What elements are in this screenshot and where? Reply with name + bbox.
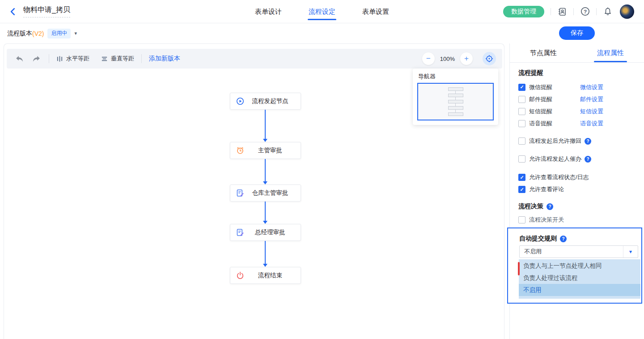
- tab-flow-setting[interactable]: 流程设定: [308, 8, 336, 16]
- plus-icon: +: [464, 54, 469, 63]
- node-label: 总经理审批: [244, 228, 301, 236]
- help-badge-icon[interactable]: ?: [547, 203, 553, 210]
- decision-switch-checkbox[interactable]: ✓: [518, 216, 525, 223]
- tab-node-properties[interactable]: 节点属性: [510, 43, 577, 62]
- flow-node-manager-approval[interactable]: 主管审批: [230, 142, 301, 159]
- zoom-out-button[interactable]: −: [422, 52, 435, 65]
- reminder-row-email: ✓ 邮件提醒 邮件设置: [518, 93, 637, 105]
- flow-node-end[interactable]: 流程结束: [230, 267, 301, 284]
- reminder-section-title: 流程提醒: [518, 69, 637, 77]
- version-number: (V2): [32, 30, 44, 37]
- vertical-distribute-button[interactable]: 垂直等距: [101, 55, 134, 63]
- panel-tabs: 节点属性 流程属性: [510, 43, 644, 63]
- crosshair-icon: [485, 55, 493, 63]
- allow-urge-row: ✓ 允许流程发起人催办 ?: [518, 154, 637, 164]
- user-avatar[interactable]: [620, 4, 634, 19]
- auto-submit-section: 自动提交规则 ? 不启用 ▾ 负责人与上一节点处理人相同 负责人处理过该流程 不…: [507, 227, 642, 304]
- flow-connector: [265, 202, 266, 221]
- form-edit-icon: [236, 228, 244, 236]
- help-icon[interactable]: ?: [580, 7, 590, 17]
- canvas-toolbar: 水平等距 垂直等距 添加新版本 − 100% +: [7, 49, 502, 69]
- chevron-left-icon: [9, 8, 17, 16]
- navigator-minimap: [448, 87, 463, 116]
- flow-connector: [265, 241, 266, 264]
- flow-connector: [265, 159, 266, 181]
- voice-settings-link[interactable]: 语音设置: [580, 120, 603, 128]
- allow-withdraw-row: ✓ 流程发起后允许撤回 ?: [518, 136, 637, 146]
- reminder-row-wechat: ✓ 微信提醒 微信设置: [518, 81, 637, 93]
- back-button[interactable]: [8, 7, 18, 17]
- auto-submit-title: 自动提交规则 ?: [519, 235, 641, 243]
- voice-reminder-checkbox[interactable]: ✓: [518, 120, 525, 127]
- redo-button[interactable]: [31, 53, 42, 64]
- horizontal-distribute-button[interactable]: 水平等距: [56, 55, 89, 63]
- divider: [141, 54, 142, 63]
- horizontal-distribute-icon: [56, 56, 63, 62]
- wechat-reminder-checkbox[interactable]: ✓: [518, 84, 525, 91]
- check-icon: ✓: [520, 187, 524, 192]
- data-manage-button[interactable]: 数据管理: [503, 6, 544, 17]
- allow-view-status-row: ✓ 允许查看流程状态/日志: [518, 172, 637, 183]
- node-label: 流程发起节点: [244, 97, 301, 105]
- divider: [596, 8, 597, 15]
- allow-view-comments-checkbox[interactable]: ✓: [518, 186, 525, 193]
- help-badge-icon[interactable]: ?: [585, 138, 591, 145]
- contacts-icon[interactable]: [557, 7, 567, 17]
- dropdown-option[interactable]: 负责人处理过该流程: [519, 272, 640, 284]
- sms-settings-link[interactable]: 短信设置: [580, 107, 603, 116]
- top-header: 物料申请_拷贝 表单设计 流程设定 表单设置 数据管理: [0, 0, 644, 23]
- flow-node-gm-approval[interactable]: 总经理审批: [230, 224, 301, 241]
- help-badge-icon[interactable]: ?: [585, 156, 591, 163]
- tab-form-design[interactable]: 表单设计: [254, 8, 283, 16]
- version-bar: 流程版本 (V2) 启用中 ▾ 保存: [0, 23, 644, 43]
- save-button[interactable]: 保存: [559, 26, 595, 40]
- add-version-link[interactable]: 添加新版本: [149, 55, 180, 63]
- main-tabs: 表单设计 流程设定 表单设置: [254, 0, 390, 23]
- dropdown-option[interactable]: 不启用: [519, 284, 640, 296]
- sms-reminder-checkbox[interactable]: ✓: [518, 108, 525, 115]
- navigator-panel: 导航器: [413, 69, 498, 125]
- help-badge-icon[interactable]: ?: [560, 236, 567, 242]
- reminder-row-sms: ✓ 短信提醒 短信设置: [518, 105, 637, 117]
- auto-submit-select[interactable]: 不启用 ▾: [519, 245, 638, 258]
- minus-icon: −: [426, 54, 431, 63]
- zoom-controls: − 100% +: [422, 52, 496, 65]
- vertical-distribute-icon: [101, 56, 108, 62]
- dropdown-option[interactable]: 负责人与上一节点处理人相同: [519, 260, 640, 272]
- redo-icon: [32, 55, 41, 63]
- node-label: 仓库主管审批: [244, 189, 301, 197]
- version-dropdown-caret[interactable]: ▾: [74, 30, 77, 36]
- locate-button[interactable]: [483, 52, 496, 65]
- flow-node-warehouse-approval[interactable]: 仓库主管审批: [230, 185, 301, 202]
- undo-button[interactable]: [14, 53, 25, 64]
- chevron-down-icon: ▾: [623, 246, 638, 257]
- allow-urge-checkbox[interactable]: ✓: [518, 155, 525, 163]
- node-label: 流程结束: [244, 271, 301, 279]
- auto-submit-dropdown: 负责人与上一节点处理人相同 负责人处理过该流程 不启用: [519, 259, 640, 299]
- allow-withdraw-checkbox[interactable]: ✓: [518, 137, 525, 145]
- wechat-settings-link[interactable]: 微信设置: [580, 83, 603, 91]
- divider: [49, 54, 49, 63]
- zoom-in-button[interactable]: +: [460, 52, 473, 65]
- app-window: 物料申请_拷贝 表单设计 流程设定 表单设置 数据管理: [0, 0, 644, 339]
- reminder-row-voice: ✓ 语音提醒 语音设置: [518, 117, 637, 129]
- play-icon: [236, 97, 244, 105]
- allow-view-status-checkbox[interactable]: ✓: [518, 174, 525, 181]
- email-settings-link[interactable]: 邮件设置: [580, 95, 603, 103]
- decision-section-title: 流程决策 ?: [518, 202, 637, 210]
- navigator-viewport[interactable]: [417, 83, 494, 120]
- tab-flow-properties[interactable]: 流程属性: [577, 43, 644, 62]
- email-reminder-checkbox[interactable]: ✓: [518, 96, 525, 103]
- form-edit-icon: [236, 189, 244, 197]
- flow-node-start[interactable]: 流程发起节点: [230, 93, 301, 110]
- bell-icon[interactable]: [603, 7, 613, 17]
- tab-form-setting[interactable]: 表单设置: [361, 8, 390, 16]
- power-icon: [236, 271, 244, 279]
- navigator-title: 导航器: [413, 69, 498, 83]
- decision-switch-row: ✓ 流程决策开关: [518, 215, 637, 224]
- flow-canvas[interactable]: 水平等距 垂直等距 添加新版本 − 100% +: [4, 43, 504, 339]
- divider: [573, 8, 574, 15]
- undo-icon: [15, 55, 24, 63]
- version-label: 流程版本: [7, 30, 32, 38]
- page-title: 物料申请_拷贝: [23, 5, 70, 17]
